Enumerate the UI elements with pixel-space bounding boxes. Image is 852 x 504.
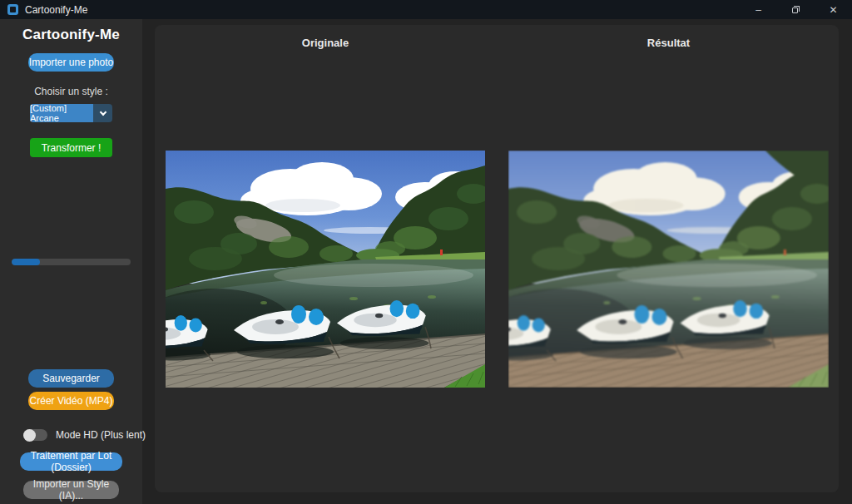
window-title: Cartoonify-Me — [25, 4, 87, 16]
result-label: Résultat — [508, 37, 829, 49]
app-window: Cartoonify-Me – ✕ Cartoonify-Me Importer… — [0, 0, 852, 504]
progress-bar-fill — [12, 259, 40, 265]
maximize-button[interactable] — [777, 0, 815, 19]
original-image-preview — [166, 151, 485, 388]
minimize-icon: – — [755, 4, 761, 16]
app-icon — [7, 4, 18, 15]
style-label: Choisir un style : — [0, 86, 142, 97]
window-controls: – ✕ — [740, 0, 852, 19]
close-button[interactable]: ✕ — [815, 0, 852, 19]
style-dropdown[interactable]: [Custom] Arcane — [30, 104, 112, 122]
app-heading: Cartoonify-Me — [0, 27, 142, 43]
minimize-button[interactable]: – — [740, 0, 777, 19]
create-video-button[interactable]: Créer Vidéo (MP4) — [28, 392, 114, 410]
hd-mode-row: Mode HD (Plus lent) — [23, 428, 146, 442]
hd-mode-label: Mode HD (Plus lent) — [56, 429, 146, 441]
style-dropdown-caret[interactable] — [93, 104, 112, 122]
style-dropdown-value: [Custom] Arcane — [30, 104, 93, 122]
restore-icon — [792, 6, 800, 13]
transform-button[interactable]: Transformer ! — [30, 138, 112, 157]
titlebar: Cartoonify-Me – ✕ — [0, 0, 852, 19]
progress-bar — [12, 259, 131, 265]
save-button[interactable]: Sauvegarder — [28, 369, 114, 388]
result-image-preview — [508, 151, 829, 388]
toggle-knob — [23, 429, 36, 442]
main-panel: Originale Résultat — [155, 25, 839, 492]
import-photo-button[interactable]: Importer une photo — [28, 53, 114, 72]
batch-process-button[interactable]: Traitement par Lot (Dossier) — [20, 452, 122, 471]
close-icon: ✕ — [829, 4, 837, 16]
original-label: Originale — [166, 37, 485, 49]
sidebar: Cartoonify-Me Importer une photo Choisir… — [0, 19, 142, 504]
chevron-down-icon — [99, 108, 106, 115]
hd-mode-toggle[interactable] — [23, 429, 47, 441]
import-style-button[interactable]: Importer un Style (IA)... — [23, 481, 119, 499]
